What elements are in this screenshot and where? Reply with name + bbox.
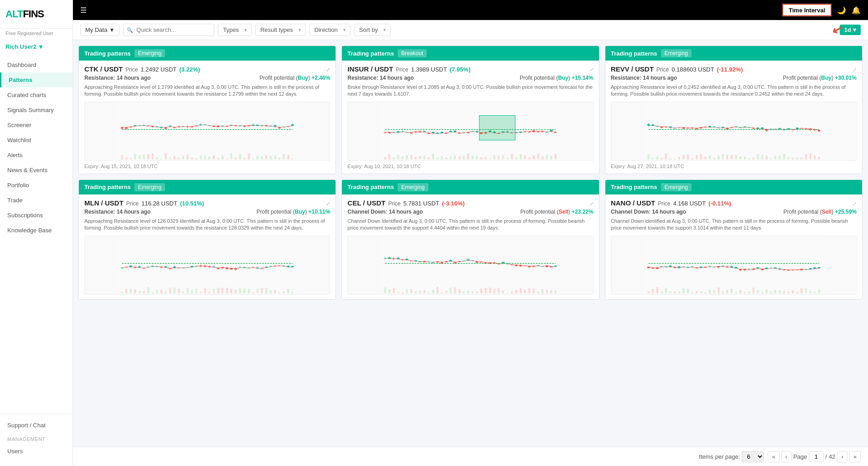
svg-rect-715 — [744, 292, 745, 293]
svg-rect-153 — [445, 133, 448, 133]
svg-rect-486 — [283, 292, 285, 293]
svg-rect-209 — [402, 156, 403, 159]
types-filter[interactable]: Types ▾ — [218, 24, 252, 36]
svg-rect-250 — [651, 124, 654, 125]
alert-icon[interactable]: 🔔 — [852, 6, 861, 15]
svg-rect-652 — [730, 266, 733, 267]
moon-icon[interactable]: 🌙 — [837, 6, 846, 15]
svg-rect-208 — [398, 155, 399, 159]
svg-rect-113 — [257, 155, 258, 159]
svg-rect-572 — [389, 289, 391, 293]
svg-rect-119 — [283, 154, 285, 159]
svg-rect-187 — [519, 132, 522, 133]
svg-rect-3 — [121, 127, 124, 128]
sidebar-item-patterns[interactable]: Patterns — [0, 72, 72, 87]
sidebar-item-knowledge-base[interactable]: Knowledge Base — [0, 223, 72, 238]
svg-rect-582 — [432, 290, 434, 293]
sidebar-item-trade[interactable]: Trade — [0, 193, 72, 208]
sidebar-item-news-events[interactable]: News & Events — [0, 163, 72, 178]
svg-rect-374 — [129, 266, 132, 267]
svg-rect-167 — [475, 131, 478, 132]
svg-rect-576 — [406, 289, 408, 293]
sidebar-item-support-chat[interactable]: Support / Chat — [0, 418, 72, 433]
sidebar-item-curated-charts[interactable]: Curated charts — [0, 87, 72, 102]
svg-rect-560 — [532, 266, 535, 266]
svg-rect-109 — [239, 154, 241, 159]
svg-rect-462 — [178, 289, 180, 293]
svg-rect-157 — [454, 131, 456, 132]
svg-rect-242 — [546, 155, 548, 159]
direction-filter[interactable]: Direction ▾ — [310, 24, 351, 36]
card-2: Trading patterns Breakout INSUR / USDT P… — [341, 46, 599, 174]
svg-rect-424 — [239, 267, 242, 267]
external-link-icon[interactable]: ⤢ — [326, 201, 330, 207]
svg-rect-446 — [287, 266, 289, 267]
svg-rect-668 — [765, 267, 768, 269]
last-page-button[interactable]: » — [849, 451, 861, 462]
svg-rect-99 — [196, 159, 197, 159]
sidebar-item-watchlist[interactable]: Watchlist — [0, 133, 72, 148]
svg-rect-666 — [761, 269, 764, 270]
svg-rect-237 — [524, 155, 526, 159]
my-data-filter[interactable]: My Data ▼ — [80, 24, 119, 36]
next-page-button[interactable]: › — [837, 451, 847, 462]
sidebar-item-portfolio[interactable]: Portfolio — [0, 178, 72, 193]
sidebar-item-alerts[interactable]: Alerts — [0, 148, 72, 163]
svg-rect-211 — [411, 155, 413, 159]
card-price-label: Price — [388, 200, 400, 207]
sidebar-item-screener[interactable]: Screener — [0, 118, 72, 133]
svg-rect-418 — [226, 267, 228, 268]
svg-rect-49 — [221, 126, 224, 126]
svg-rect-473 — [226, 287, 228, 293]
svg-rect-260 — [673, 128, 676, 128]
svg-rect-428 — [248, 267, 250, 268]
svg-rect-264 — [682, 128, 685, 129]
svg-rect-294 — [748, 127, 750, 128]
prev-page-button[interactable]: ‹ — [781, 451, 791, 462]
svg-rect-59 — [243, 126, 246, 127]
svg-rect-288 — [734, 126, 737, 127]
result-types-filter[interactable]: Result types ▾ — [255, 24, 306, 36]
sidebar-item-dashboard[interactable]: Dashboard — [0, 57, 72, 72]
svg-rect-664 — [756, 267, 759, 268]
svg-rect-278 — [713, 127, 715, 127]
search-wrap — [123, 24, 214, 36]
external-link-icon[interactable]: ⤢ — [589, 201, 594, 207]
card-profit: Profit potential (Buy) +2.46% — [259, 75, 330, 81]
svg-rect-13 — [143, 125, 145, 126]
external-link-icon[interactable]: ⤢ — [852, 67, 857, 73]
search-input[interactable] — [123, 24, 214, 36]
svg-rect-225 — [472, 155, 474, 159]
first-page-button[interactable]: « — [768, 451, 779, 462]
svg-rect-165 — [471, 131, 474, 132]
svg-rect-590 — [467, 290, 469, 293]
external-link-icon[interactable]: ⤢ — [852, 201, 857, 207]
svg-rect-262 — [677, 128, 680, 128]
svg-rect-464 — [187, 288, 189, 293]
svg-rect-676 — [783, 269, 785, 270]
svg-rect-222 — [459, 156, 460, 159]
svg-rect-597 — [498, 288, 500, 293]
sidebar-item-users[interactable]: Users — [0, 444, 72, 459]
hamburger-icon[interactable]: ☰ — [80, 6, 87, 15]
svg-rect-636 — [695, 267, 698, 268]
sort-by-filter[interactable]: Sort by ▾ — [354, 24, 391, 36]
sidebar-item-subscriptions[interactable]: Subscriptions — [0, 208, 72, 223]
svg-rect-204 — [480, 115, 516, 140]
svg-rect-602 — [520, 288, 522, 293]
external-link-icon[interactable]: ⤢ — [326, 67, 330, 73]
time-interval-button[interactable]: Time Interval — [782, 4, 832, 16]
external-link-icon[interactable]: ⤢ — [589, 67, 594, 73]
svg-rect-593 — [480, 288, 482, 293]
svg-rect-67 — [261, 125, 264, 126]
card-price: 1.2492 USDT — [141, 66, 177, 73]
sidebar-item-signals-summary[interactable]: Signals Summary — [0, 102, 72, 118]
interval-badge[interactable]: 1d ▾ — [840, 25, 861, 35]
card-body: REVV / USDT Price 0.188603 USDT (-11.92%… — [605, 61, 862, 174]
svg-rect-367 — [118, 236, 297, 294]
user-menu[interactable]: Rich User2 ▾ — [0, 40, 72, 54]
items-per-page-select[interactable]: 6 12 24 — [742, 451, 764, 462]
svg-rect-660 — [748, 269, 750, 269]
svg-rect-638 — [699, 266, 702, 267]
svg-rect-355 — [770, 158, 772, 159]
